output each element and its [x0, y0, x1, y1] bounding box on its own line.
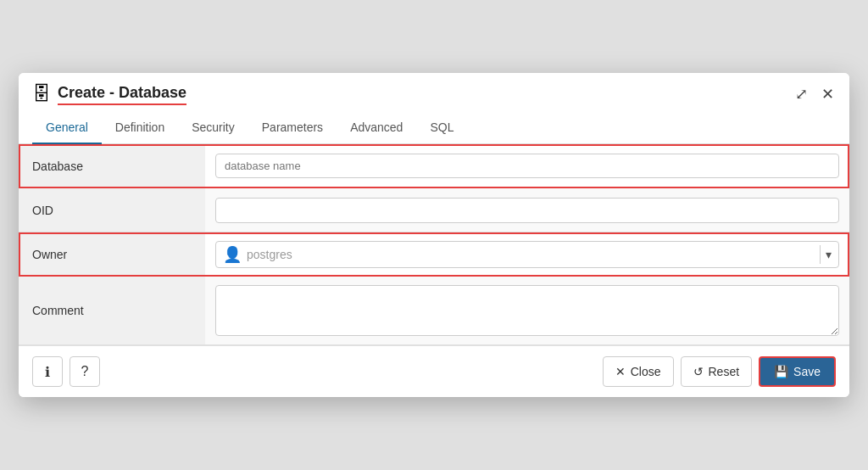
oid-label: OID — [19, 188, 205, 232]
tab-advanced[interactable]: Advanced — [337, 112, 416, 144]
user-icon: 👤 — [223, 245, 242, 264]
comment-input[interactable] — [215, 285, 839, 336]
owner-divider — [820, 245, 821, 264]
save-label: Save — [793, 365, 821, 378]
close-x-icon: ✕ — [615, 365, 626, 378]
help-button[interactable]: ? — [70, 356, 100, 387]
reset-icon: ↺ — [693, 365, 704, 378]
database-input[interactable] — [215, 154, 839, 178]
create-database-dialog: 🗄 Create - Database ⤢ ✕ General Definiti… — [19, 73, 849, 397]
tab-parameters[interactable]: Parameters — [248, 112, 337, 144]
close-button[interactable]: ✕ — [820, 83, 836, 105]
database-row: Database — [19, 144, 849, 188]
title-bar: 🗄 Create - Database ⤢ ✕ — [19, 73, 849, 105]
reset-button[interactable]: ↺ Reset — [681, 356, 753, 387]
oid-row: OID — [19, 188, 849, 232]
info-button[interactable]: ℹ — [32, 356, 63, 387]
tab-security[interactable]: Security — [178, 112, 248, 144]
tab-general[interactable]: General — [32, 112, 102, 144]
title-actions: ⤢ ✕ — [793, 83, 836, 105]
dialog-title: Create - Database — [58, 84, 186, 105]
close-action-button[interactable]: ✕ Close — [603, 356, 674, 387]
save-icon: 💾 — [774, 365, 788, 378]
save-button[interactable]: 💾 Save — [759, 356, 836, 387]
owner-value: postgres — [247, 248, 815, 261]
database-field — [205, 144, 849, 187]
oid-field — [205, 188, 849, 232]
reset-label: Reset — [709, 365, 740, 378]
database-icon: 🗄 — [32, 83, 51, 105]
comment-label: Comment — [19, 277, 205, 344]
oid-input[interactable] — [215, 198, 839, 223]
footer-right: ✕ Close ↺ Reset 💾 Save — [603, 356, 836, 387]
chevron-down-icon: ▾ — [826, 248, 832, 261]
comment-field — [205, 277, 849, 344]
tab-sql[interactable]: SQL — [416, 112, 467, 144]
owner-field: 👤 postgres ▾ — [205, 232, 849, 276]
form-content: Database OID Owner 👤 postgres ▾ — [19, 144, 849, 345]
expand-button[interactable]: ⤢ — [793, 83, 810, 105]
title-left: 🗄 Create - Database — [32, 83, 186, 105]
owner-row: Owner 👤 postgres ▾ — [19, 232, 849, 277]
owner-select-wrapper[interactable]: 👤 postgres ▾ — [215, 241, 839, 268]
comment-row: Comment — [19, 277, 849, 345]
database-label: Database — [19, 144, 205, 187]
dialog-footer: ℹ ? ✕ Close ↺ Reset 💾 Save — [19, 345, 849, 397]
footer-left: ℹ ? — [32, 356, 100, 387]
owner-label: Owner — [19, 232, 205, 276]
tab-bar: General Definition Security Parameters A… — [19, 112, 849, 144]
close-action-label: Close — [631, 365, 661, 378]
tab-definition[interactable]: Definition — [102, 112, 178, 144]
